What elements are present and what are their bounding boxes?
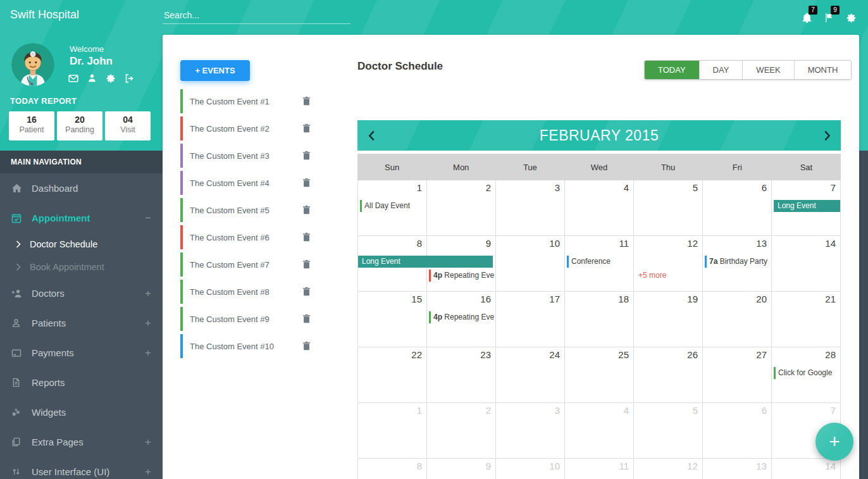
flag-icon[interactable]: 9	[823, 12, 834, 23]
calendar-day-cell[interactable]: 8Long Event	[358, 236, 427, 291]
expand-icon[interactable]: +	[145, 317, 151, 330]
view-button-day[interactable]: DAY	[699, 61, 743, 79]
calendar-day-cell[interactable]: 5	[634, 180, 703, 235]
expand-icon[interactable]: +	[145, 347, 151, 359]
calendar-day-cell[interactable]: 2	[427, 180, 496, 235]
calendar-day-cell[interactable]: 28Click for Google	[772, 347, 841, 402]
trash-icon[interactable]	[302, 287, 311, 296]
calendar-day-cell[interactable]: 11	[565, 459, 634, 479]
calendar-day-cell[interactable]: 25	[565, 347, 634, 402]
add-events-button[interactable]: + EVENTS	[180, 60, 250, 81]
calendar-event[interactable]: 4p Repeating Event	[429, 270, 494, 282]
calendar-event[interactable]: Conference	[567, 256, 632, 268]
calendar-day-cell[interactable]: 137a Birthday Party	[703, 236, 772, 291]
trash-icon[interactable]	[302, 259, 311, 269]
sidebar-item-extra-pages[interactable]: Extra Pages+	[0, 427, 163, 457]
calendar-event[interactable]: All Day Event	[360, 200, 425, 212]
calendar-day-cell[interactable]: 164p Repeating Event	[427, 292, 496, 347]
custom-event-item[interactable]: The Custom Event #5	[180, 198, 316, 222]
bell-icon[interactable]: 7	[801, 12, 812, 23]
trash-icon[interactable]	[302, 314, 311, 323]
calendar-day-cell[interactable]: 4	[565, 403, 634, 458]
custom-event-item[interactable]: The Custom Event #3	[180, 144, 316, 168]
calendar-day-cell[interactable]: 12	[634, 459, 703, 479]
custom-event-item[interactable]: The Custom Event #1	[180, 89, 316, 113]
expand-icon[interactable]: +	[145, 436, 151, 449]
sidebar-item-patients[interactable]: Patients+	[0, 308, 163, 338]
calendar-day-cell[interactable]: 24	[496, 347, 565, 402]
trash-icon[interactable]	[302, 232, 311, 242]
next-month-button[interactable]	[813, 120, 841, 151]
calendar-day-cell[interactable]: 11Conference	[565, 236, 634, 291]
search-input[interactable]	[163, 6, 350, 24]
calendar-day-cell[interactable]: 3	[496, 403, 565, 458]
calendar-day-cell[interactable]: 13	[703, 459, 772, 479]
calendar-day-cell[interactable]: 14	[772, 459, 841, 479]
avatar[interactable]	[11, 43, 54, 86]
calendar-day-cell[interactable]: 4	[565, 180, 634, 235]
calendar-day-cell[interactable]: 27	[703, 347, 772, 402]
sidebar-item-book-appointment[interactable]: Book Appointment	[0, 256, 163, 278]
collapse-icon[interactable]: −	[145, 212, 151, 225]
custom-event-item[interactable]: The Custom Event #9	[180, 307, 316, 331]
expand-icon[interactable]: +	[145, 466, 151, 478]
calendar-day-cell[interactable]: 6	[703, 403, 772, 458]
custom-event-item[interactable]: The Custom Event #8	[180, 280, 316, 304]
calendar-event[interactable]: 4p Repeating Event	[429, 311, 494, 323]
calendar-day-cell[interactable]: 10	[496, 459, 565, 479]
sidebar-item-payments[interactable]: Payments+	[0, 338, 163, 368]
calendar-day-cell[interactable]: 3	[496, 180, 565, 235]
sidebar-item-reports[interactable]: Reports	[0, 368, 163, 397]
calendar-day-cell[interactable]: 26	[634, 347, 703, 402]
calendar-day-cell[interactable]: 2	[427, 403, 496, 458]
custom-event-item[interactable]: The Custom Event #4	[180, 171, 316, 195]
user-icon[interactable]	[87, 73, 97, 84]
calendar-day-cell[interactable]: 15	[358, 292, 427, 347]
trash-icon[interactable]	[302, 151, 311, 160]
calendar-day-cell[interactable]: 1	[358, 403, 427, 458]
calendar-event[interactable]: Long Event	[774, 200, 840, 212]
add-event-fab[interactable]: +	[815, 423, 853, 461]
prev-month-button[interactable]	[357, 120, 385, 151]
custom-event-item[interactable]: The Custom Event #10	[180, 334, 316, 358]
sidebar-item-doctor-schedule[interactable]: Doctor Schedule	[0, 233, 163, 256]
more-events-link[interactable]: +5 more	[636, 270, 701, 282]
sidebar-item-widgets[interactable]: Widgets	[0, 397, 163, 427]
calendar-day-cell[interactable]: 1All Day Event	[358, 180, 427, 235]
calendar-day-cell[interactable]: 18	[565, 292, 634, 347]
view-button-today[interactable]: TODAY	[645, 61, 699, 79]
custom-event-item[interactable]: The Custom Event #2	[180, 116, 316, 140]
view-button-week[interactable]: WEEK	[742, 61, 793, 79]
custom-event-item[interactable]: The Custom Event #6	[180, 225, 316, 249]
view-button-month[interactable]: MONTH	[794, 61, 852, 79]
sign-out-icon[interactable]	[125, 73, 135, 84]
calendar-day-cell[interactable]: 9	[427, 459, 496, 479]
calendar-day-cell[interactable]: 6	[703, 180, 772, 235]
sidebar-item-appointment[interactable]: Appointment−	[0, 203, 163, 233]
trash-icon[interactable]	[302, 123, 311, 133]
calendar-event[interactable]: 7a Birthday Party	[705, 256, 770, 268]
calendar-day-cell[interactable]: 21	[772, 292, 841, 347]
sidebar-item-doctors[interactable]: Doctors+	[0, 278, 163, 308]
gear-icon[interactable]	[845, 12, 857, 23]
gear-icon[interactable]	[106, 73, 116, 84]
trash-icon[interactable]	[302, 341, 311, 351]
calendar-event[interactable]: Click for Google	[774, 367, 839, 379]
calendar-day-cell[interactable]: 7Long Event	[772, 180, 841, 235]
trash-icon[interactable]	[302, 178, 311, 187]
calendar-day-cell[interactable]: 8	[358, 459, 427, 479]
expand-icon[interactable]: +	[145, 287, 151, 300]
calendar-day-cell[interactable]: 19	[634, 292, 703, 347]
calendar-day-cell[interactable]: 20	[703, 292, 772, 347]
calendar-day-cell[interactable]: 17	[496, 292, 565, 347]
sidebar-item-dashboard[interactable]: Dashboard	[0, 173, 163, 203]
sidebar-item-user-interface-ui-[interactable]: User Interface (UI)+	[0, 457, 163, 479]
calendar-day-cell[interactable]: 5	[634, 403, 703, 458]
calendar-day-cell[interactable]: 12+5 more	[634, 236, 703, 291]
trash-icon[interactable]	[302, 96, 311, 106]
calendar-day-cell[interactable]: 14	[772, 236, 841, 291]
mail-icon[interactable]	[68, 73, 78, 84]
custom-event-item[interactable]: The Custom Event #7	[180, 252, 316, 277]
calendar-day-cell[interactable]: 22	[358, 347, 427, 402]
calendar-day-cell[interactable]: 23	[427, 347, 496, 402]
